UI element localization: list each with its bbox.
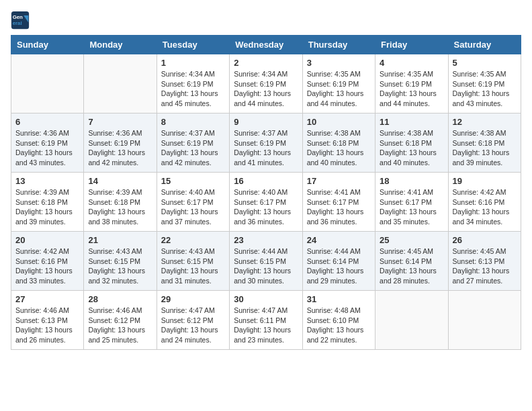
day-info: Sunrise: 4:45 AM Sunset: 6:14 PM Dayligh…	[380, 246, 443, 286]
svg-text:Gen: Gen	[13, 14, 23, 20]
day-number: 28	[88, 294, 152, 304]
day-number: 1	[161, 58, 225, 68]
calendar-week-row: 20Sunrise: 4:42 AM Sunset: 6:16 PM Dayli…	[11, 232, 521, 291]
calendar-body: 1Sunrise: 4:34 AM Sunset: 6:19 PM Daylig…	[11, 54, 521, 350]
day-info: Sunrise: 4:46 AM Sunset: 6:12 PM Dayligh…	[88, 306, 152, 345]
day-number: 19	[453, 176, 517, 186]
calendar-cell: 2Sunrise: 4:34 AM Sunset: 6:19 PM Daylig…	[230, 54, 302, 113]
day-info: Sunrise: 4:37 AM Sunset: 6:19 PM Dayligh…	[234, 128, 298, 168]
calendar-cell	[11, 54, 84, 113]
day-info: Sunrise: 4:45 AM Sunset: 6:13 PM Dayligh…	[453, 246, 517, 286]
calendar-cell: 20Sunrise: 4:42 AM Sunset: 6:16 PM Dayli…	[11, 232, 84, 291]
day-info: Sunrise: 4:43 AM Sunset: 6:15 PM Dayligh…	[161, 246, 225, 286]
weekday-header: Sunday	[11, 36, 84, 54]
calendar-cell: 28Sunrise: 4:46 AM Sunset: 6:12 PM Dayli…	[84, 291, 157, 350]
day-number: 13	[15, 176, 79, 186]
day-number: 10	[307, 117, 371, 127]
day-info: Sunrise: 4:34 AM Sunset: 6:19 PM Dayligh…	[161, 69, 225, 109]
day-number: 20	[15, 235, 79, 245]
calendar-week-row: 6Sunrise: 4:36 AM Sunset: 6:19 PM Daylig…	[11, 113, 521, 173]
day-number: 30	[234, 294, 298, 304]
calendar-cell: 29Sunrise: 4:47 AM Sunset: 6:12 PM Dayli…	[157, 291, 229, 350]
day-number: 15	[161, 176, 225, 186]
calendar-cell: 19Sunrise: 4:42 AM Sunset: 6:16 PM Dayli…	[448, 173, 521, 232]
day-info: Sunrise: 4:37 AM Sunset: 6:19 PM Dayligh…	[161, 128, 225, 168]
day-number: 22	[161, 235, 225, 245]
calendar-cell: 24Sunrise: 4:44 AM Sunset: 6:14 PM Dayli…	[302, 232, 375, 291]
day-number: 21	[88, 235, 152, 245]
calendar-cell: 14Sunrise: 4:39 AM Sunset: 6:18 PM Dayli…	[84, 173, 157, 232]
calendar-table: SundayMondayTuesdayWednesdayThursdayFrid…	[11, 35, 521, 350]
calendar-cell: 7Sunrise: 4:36 AM Sunset: 6:19 PM Daylig…	[84, 113, 157, 173]
day-number: 4	[380, 58, 443, 68]
day-number: 8	[161, 117, 225, 127]
day-info: Sunrise: 4:42 AM Sunset: 6:16 PM Dayligh…	[15, 246, 79, 286]
calendar-cell: 13Sunrise: 4:39 AM Sunset: 6:18 PM Dayli…	[11, 173, 84, 232]
day-info: Sunrise: 4:34 AM Sunset: 6:19 PM Dayligh…	[234, 69, 298, 109]
calendar-cell: 12Sunrise: 4:38 AM Sunset: 6:18 PM Dayli…	[448, 113, 521, 173]
calendar-cell: 26Sunrise: 4:45 AM Sunset: 6:13 PM Dayli…	[448, 232, 521, 291]
weekday-header: Tuesday	[157, 36, 229, 54]
calendar-week-row: 1Sunrise: 4:34 AM Sunset: 6:19 PM Daylig…	[11, 54, 521, 113]
calendar-cell: 15Sunrise: 4:40 AM Sunset: 6:17 PM Dayli…	[157, 173, 229, 232]
day-number: 26	[453, 235, 517, 245]
day-info: Sunrise: 4:35 AM Sunset: 6:19 PM Dayligh…	[307, 69, 371, 109]
calendar-week-row: 13Sunrise: 4:39 AM Sunset: 6:18 PM Dayli…	[11, 173, 521, 232]
day-number: 6	[15, 117, 79, 127]
day-number: 16	[234, 176, 298, 186]
weekday-header: Saturday	[448, 36, 521, 54]
calendar-cell: 22Sunrise: 4:43 AM Sunset: 6:15 PM Dayli…	[157, 232, 229, 291]
calendar-cell: 11Sunrise: 4:38 AM Sunset: 6:18 PM Dayli…	[375, 113, 448, 173]
weekday-header: Monday	[84, 36, 157, 54]
day-number: 11	[380, 117, 443, 127]
calendar-week-row: 27Sunrise: 4:46 AM Sunset: 6:13 PM Dayli…	[11, 291, 521, 350]
day-number: 14	[88, 176, 152, 186]
day-info: Sunrise: 4:40 AM Sunset: 6:17 PM Dayligh…	[234, 187, 298, 227]
day-info: Sunrise: 4:35 AM Sunset: 6:19 PM Dayligh…	[453, 69, 517, 109]
day-info: Sunrise: 4:38 AM Sunset: 6:18 PM Dayligh…	[307, 128, 371, 168]
calendar-cell: 23Sunrise: 4:44 AM Sunset: 6:15 PM Dayli…	[230, 232, 302, 291]
calendar-cell: 21Sunrise: 4:43 AM Sunset: 6:15 PM Dayli…	[84, 232, 157, 291]
day-info: Sunrise: 4:47 AM Sunset: 6:11 PM Dayligh…	[234, 306, 298, 345]
day-number: 25	[380, 235, 443, 245]
calendar-cell: 17Sunrise: 4:41 AM Sunset: 6:17 PM Dayli…	[302, 173, 375, 232]
calendar-cell	[375, 291, 448, 350]
day-info: Sunrise: 4:39 AM Sunset: 6:18 PM Dayligh…	[15, 187, 79, 227]
day-info: Sunrise: 4:36 AM Sunset: 6:19 PM Dayligh…	[88, 128, 152, 168]
calendar-header-row: SundayMondayTuesdayWednesdayThursdayFrid…	[11, 36, 521, 54]
day-number: 3	[307, 58, 371, 68]
day-number: 18	[380, 176, 443, 186]
weekday-header: Thursday	[302, 36, 375, 54]
day-number: 2	[234, 58, 298, 68]
day-number: 24	[307, 235, 371, 245]
day-info: Sunrise: 4:47 AM Sunset: 6:12 PM Dayligh…	[161, 306, 225, 345]
day-number: 27	[15, 294, 79, 304]
day-info: Sunrise: 4:41 AM Sunset: 6:17 PM Dayligh…	[307, 187, 371, 227]
day-number: 12	[453, 117, 517, 127]
weekday-header: Wednesday	[230, 36, 302, 54]
logo: Gen eral	[11, 11, 32, 30]
calendar-cell: 27Sunrise: 4:46 AM Sunset: 6:13 PM Dayli…	[11, 291, 84, 350]
day-number: 9	[234, 117, 298, 127]
day-number: 5	[453, 58, 517, 68]
calendar-cell: 5Sunrise: 4:35 AM Sunset: 6:19 PM Daylig…	[448, 54, 521, 113]
calendar-cell: 30Sunrise: 4:47 AM Sunset: 6:11 PM Dayli…	[230, 291, 302, 350]
day-info: Sunrise: 4:43 AM Sunset: 6:15 PM Dayligh…	[88, 246, 152, 286]
weekday-header: Friday	[375, 36, 448, 54]
day-info: Sunrise: 4:38 AM Sunset: 6:18 PM Dayligh…	[453, 128, 517, 168]
calendar-cell: 8Sunrise: 4:37 AM Sunset: 6:19 PM Daylig…	[157, 113, 229, 173]
calendar-cell: 1Sunrise: 4:34 AM Sunset: 6:19 PM Daylig…	[157, 54, 229, 113]
day-number: 31	[307, 294, 371, 304]
day-info: Sunrise: 4:46 AM Sunset: 6:13 PM Dayligh…	[15, 306, 79, 345]
calendar-cell: 31Sunrise: 4:48 AM Sunset: 6:10 PM Dayli…	[302, 291, 375, 350]
calendar-cell: 18Sunrise: 4:41 AM Sunset: 6:17 PM Dayli…	[375, 173, 448, 232]
calendar-cell: 16Sunrise: 4:40 AM Sunset: 6:17 PM Dayli…	[230, 173, 302, 232]
day-info: Sunrise: 4:36 AM Sunset: 6:19 PM Dayligh…	[15, 128, 79, 168]
day-info: Sunrise: 4:44 AM Sunset: 6:14 PM Dayligh…	[307, 246, 371, 286]
day-info: Sunrise: 4:39 AM Sunset: 6:18 PM Dayligh…	[88, 187, 152, 227]
day-info: Sunrise: 4:41 AM Sunset: 6:17 PM Dayligh…	[380, 187, 443, 227]
calendar-cell	[448, 291, 521, 350]
calendar-cell: 3Sunrise: 4:35 AM Sunset: 6:19 PM Daylig…	[302, 54, 375, 113]
day-info: Sunrise: 4:38 AM Sunset: 6:18 PM Dayligh…	[380, 128, 443, 168]
calendar-cell: 25Sunrise: 4:45 AM Sunset: 6:14 PM Dayli…	[375, 232, 448, 291]
